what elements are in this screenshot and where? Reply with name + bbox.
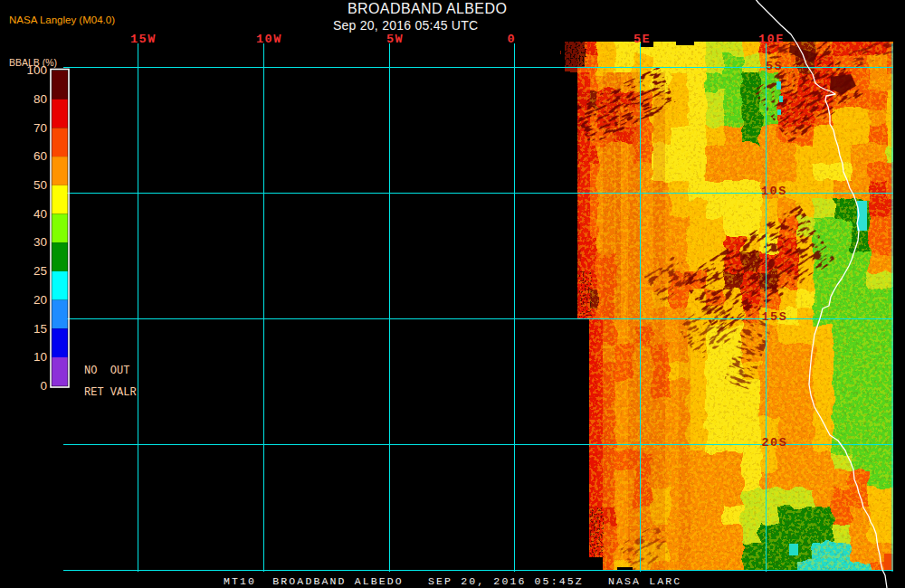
svg-text:30: 30 xyxy=(33,235,47,249)
svg-text:0: 0 xyxy=(508,33,517,46)
svg-text:25: 25 xyxy=(33,264,47,278)
svg-text:15W: 15W xyxy=(130,33,157,46)
svg-text:0: 0 xyxy=(40,379,47,393)
svg-text:10E: 10E xyxy=(758,33,785,46)
svg-text:80: 80 xyxy=(33,92,47,106)
svg-text:10W: 10W xyxy=(256,33,282,46)
svg-text:BBALB (%): BBALB (%) xyxy=(9,57,57,68)
svg-text:15S: 15S xyxy=(762,310,788,324)
svg-text:5W: 5W xyxy=(386,33,404,46)
svg-text:10: 10 xyxy=(33,350,47,364)
svg-text:50: 50 xyxy=(33,178,47,192)
svg-text:BROADBAND ALBEDO: BROADBAND ALBEDO xyxy=(348,1,507,16)
svg-text:5S: 5S xyxy=(766,60,783,73)
svg-text:MT10 BROADBAND ALBEDO SEP 2: MT10 BROADBAND ALBEDO SEP 20, 2016 05:45… xyxy=(224,575,681,587)
svg-text:20: 20 xyxy=(33,293,47,307)
svg-text:20S: 20S xyxy=(762,436,788,450)
svg-text:5E: 5E xyxy=(634,33,651,46)
svg-text:Sep 20, 2016 05:45 UTC: Sep 20, 2016 05:45 UTC xyxy=(333,18,478,33)
svg-text:NO OUT: NO OUT xyxy=(84,365,129,377)
svg-text:70: 70 xyxy=(33,121,47,135)
svg-text:RET VALR: RET VALR xyxy=(84,386,137,399)
svg-text:15: 15 xyxy=(33,322,47,336)
svg-text:10S: 10S xyxy=(761,185,787,198)
svg-text:NASA Langley (M04.0): NASA Langley (M04.0) xyxy=(9,14,115,25)
svg-text:60: 60 xyxy=(33,149,47,163)
svg-text:40: 40 xyxy=(33,207,47,221)
